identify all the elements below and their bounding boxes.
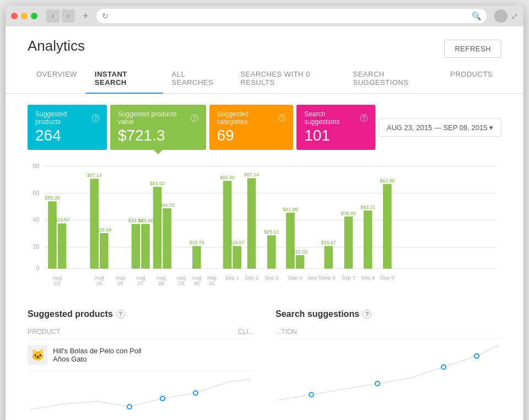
- new-tab-button[interactable]: +: [83, 10, 89, 22]
- svg-text:$33.57: $33.57: [55, 217, 69, 223]
- reload-icon[interactable]: ↻: [102, 12, 109, 20]
- col-action-header: ...tion: [276, 328, 501, 336]
- trend-chart-products: [28, 371, 253, 415]
- trend-dot: [474, 354, 479, 358]
- stat-sc-label: Suggested categories: [217, 110, 276, 126]
- bottom-sections: Suggested products ? Product Cli... 🐱 Hi…: [6, 304, 523, 420]
- svg-text:60: 60: [33, 190, 40, 196]
- minimize-button[interactable]: [21, 13, 28, 19]
- svg-text:$50.33: $50.33: [45, 195, 60, 201]
- stat-suggested-products: Suggested products ? 264: [28, 105, 107, 150]
- suggested-products-title: Suggested products ?: [28, 309, 253, 319]
- tab-products[interactable]: PRODUCTS: [441, 63, 501, 93]
- bar-aug23-v2: [58, 223, 67, 268]
- page-content: Analytics REFRESH OVERVIEW INSTANT SEARC…: [6, 26, 523, 420]
- trend-dot: [127, 405, 132, 409]
- search-suggestions-section: Search suggestions ? ...tion: [276, 309, 501, 415]
- svg-text:Sep 7: Sep 7: [342, 274, 356, 281]
- svg-text:$67.14: $67.14: [87, 173, 102, 178]
- svg-text:Sep 8: Sep 8: [361, 274, 375, 281]
- svg-text:25: 25: [96, 280, 102, 286]
- bar-sep8-v1: [364, 211, 373, 269]
- tooltip-arrow: [154, 150, 163, 154]
- svg-text:26: 26: [117, 280, 123, 286]
- bar-chart-container: 80 60 40 20 0 $50.33 $33.57 Aug 23 $67.1…: [6, 155, 523, 304]
- svg-text:$65.30: $65.30: [220, 175, 235, 180]
- trend-dot: [193, 391, 198, 395]
- suggested-products-help[interactable]: ?: [92, 114, 99, 122]
- suggested-products-section: Suggested products ? Product Cli... 🐱 Hi…: [28, 309, 253, 415]
- back-button[interactable]: ‹: [46, 9, 60, 23]
- svg-text:$43.21: $43.21: [360, 204, 375, 210]
- expand-icon[interactable]: ⤢: [511, 11, 518, 21]
- stat-suggested-products-label: Suggested products: [35, 110, 90, 126]
- search-table-header: ...tion: [276, 325, 501, 340]
- close-button[interactable]: [11, 13, 18, 19]
- bar-aug23-v1: [48, 201, 57, 268]
- stat-spv-label: Suggested products value: [118, 110, 189, 126]
- svg-text:Sep 4: Sep 4: [288, 274, 303, 281]
- bar-aug28-v1: [153, 187, 162, 269]
- svg-text:Sep 3: Sep 3: [264, 274, 279, 281]
- search-suggestions-section-help[interactable]: ?: [363, 310, 371, 319]
- bar-sep9-v1: [383, 184, 392, 268]
- svg-text:0: 0: [36, 265, 40, 271]
- tab-search-suggestions[interactable]: SEARCH SUGGESTIONS: [344, 63, 441, 93]
- svg-text:$26.54: $26.54: [96, 227, 111, 233]
- svg-text:$16.67: $16.67: [230, 240, 245, 245]
- app-window: ‹ › + ↻ 🔍 ⤢ Analytics REFRESH OVERVIEW I…: [6, 6, 523, 420]
- maximize-button[interactable]: [31, 13, 37, 19]
- table-header: Product Cli...: [28, 325, 253, 340]
- spv-help[interactable]: ?: [191, 114, 198, 122]
- suggested-products-section-help[interactable]: ?: [116, 310, 125, 319]
- trend-dot: [375, 381, 380, 386]
- titlebar: ‹ › + ↻ 🔍 ⤢: [6, 6, 523, 26]
- search-icon: 🔍: [472, 12, 481, 20]
- svg-text:29: 29: [178, 280, 184, 286]
- ss-help[interactable]: ?: [360, 114, 368, 122]
- svg-text:Sep 2: Sep 2: [245, 274, 259, 281]
- col-product-header: Product: [28, 328, 209, 336]
- bar-sep6-v1: [324, 246, 333, 268]
- bar-sep3-v1: [267, 235, 276, 269]
- user-avatar[interactable]: [494, 9, 508, 23]
- svg-text:$67.14: $67.14: [244, 172, 259, 177]
- bar-aug25-v1: [90, 179, 99, 268]
- svg-text:$41.85: $41.85: [283, 207, 298, 212]
- page-title: Analytics: [28, 37, 85, 55]
- product-image: 🐱: [28, 345, 47, 365]
- svg-text:Sep 6: Sep 6: [322, 274, 336, 281]
- svg-text:$25.12: $25.12: [264, 229, 279, 235]
- tab-instant-search[interactable]: INSTANT SEARCH: [86, 63, 163, 93]
- stat-suggested-categories: Suggested categories ? 69: [209, 105, 294, 150]
- forward-button[interactable]: ›: [62, 9, 75, 23]
- stat-search-suggestions: Search suggestions ? 101: [296, 105, 375, 150]
- svg-text:31: 31: [209, 280, 215, 286]
- bar-sep7-v1: [344, 217, 353, 269]
- trend-dot: [309, 392, 314, 397]
- page-header: Analytics REFRESH: [6, 26, 523, 63]
- svg-text:$16.78: $16.78: [189, 240, 204, 245]
- svg-text:20: 20: [33, 243, 40, 250]
- bar-sep4-v2: [296, 255, 305, 268]
- svg-text:23: 23: [54, 280, 60, 286]
- tab-bar: OVERVIEW INSTANT SEARCH ALL SEARCHES SEA…: [6, 63, 523, 94]
- svg-text:28: 28: [158, 280, 164, 286]
- svg-text:$16.67: $16.67: [321, 240, 336, 245]
- trend-svg-suggestions: [276, 340, 501, 411]
- bar-aug27-v2: [141, 224, 150, 268]
- nav-buttons: ‹ ›: [46, 9, 75, 23]
- svg-text:80: 80: [33, 163, 40, 169]
- bar-aug25-v2: [100, 233, 109, 268]
- stat-ss-value: 101: [304, 127, 368, 144]
- tab-overview[interactable]: OVERVIEW: [28, 63, 86, 93]
- tab-all-searches[interactable]: ALL SEARCHES: [163, 63, 232, 93]
- stats-row: Suggested products ? 264 Suggested produ…: [6, 94, 523, 155]
- sc-help[interactable]: ?: [278, 114, 285, 122]
- trend-dot: [160, 396, 165, 401]
- date-range-picker[interactable]: AUG 23, 2015 — SEP 09, 2015 ▾: [379, 119, 501, 137]
- bar-sep1-v2: [233, 246, 241, 268]
- url-bar[interactable]: ↻ 🔍: [96, 9, 487, 23]
- refresh-button[interactable]: REFRESH: [444, 40, 501, 58]
- tab-searches-0-results[interactable]: SEARCHES WITH 0 RESULTS: [231, 63, 344, 93]
